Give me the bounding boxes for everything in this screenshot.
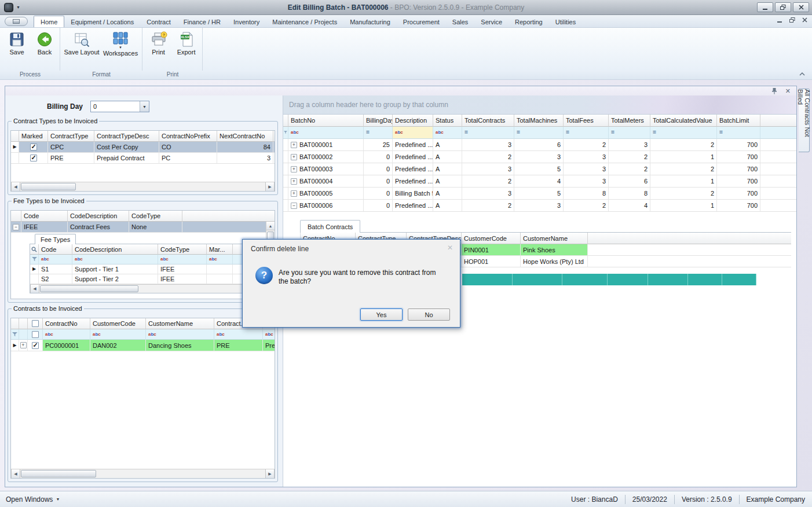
dialog-close-icon[interactable]: ✕ bbox=[447, 244, 453, 252]
cell-totalcalculatedvalue[interactable]: 2 bbox=[650, 139, 717, 151]
cell-totalmeters[interactable]: 6 bbox=[609, 175, 650, 188]
scroll-thumb[interactable] bbox=[21, 183, 76, 190]
cell-description[interactable]: Predefined ... bbox=[393, 175, 433, 188]
cell-codedescription[interactable]: Support - Tier 2 bbox=[72, 274, 158, 284]
mdi-restore-icon[interactable] bbox=[789, 17, 795, 23]
cell-batchno[interactable]: +BAT000004 bbox=[288, 175, 364, 188]
cell-marked[interactable] bbox=[207, 274, 233, 284]
column-header-totalmeters[interactable]: TotalMeters bbox=[609, 115, 650, 127]
close-button[interactable] bbox=[793, 2, 809, 12]
back-button[interactable]: Back bbox=[32, 30, 57, 56]
tab-maintenance-projects[interactable]: Maintenance / Projects bbox=[266, 16, 343, 27]
cell-totalcalculatedvalue[interactable]: 2 bbox=[650, 163, 717, 175]
cell-batchno[interactable]: +BAT000001 bbox=[288, 139, 364, 151]
cell-description[interactable]: Billing Batch 5 bbox=[393, 188, 433, 200]
column-header-nextcontractno[interactable]: NextContractNo bbox=[217, 131, 273, 142]
column-header-codedescription[interactable]: CodeDescription bbox=[68, 211, 129, 222]
cell-codetype[interactable]: IFEE bbox=[158, 264, 207, 274]
cell-batchno[interactable]: +BAT000005 bbox=[288, 188, 364, 200]
mdi-minimize-icon[interactable] bbox=[777, 18, 782, 23]
cell-totalcontracts[interactable]: 3 bbox=[462, 139, 514, 151]
cell-totalfees[interactable]: 3 bbox=[564, 163, 609, 175]
contract-row[interactable]: ▶ + PC0000001 DAN002 Dancing Shoes PRE P… bbox=[11, 340, 275, 351]
expand-icon[interactable]: + bbox=[291, 154, 297, 160]
cell-totalfees[interactable]: 2 bbox=[564, 200, 609, 212]
cell-totalmachines[interactable]: 4 bbox=[514, 175, 564, 188]
column-header-customercode[interactable]: CustomerCode bbox=[462, 233, 521, 244]
cell-customercode[interactable]: PIN0001 bbox=[462, 244, 521, 256]
cell-contractnoprefix[interactable]: CO bbox=[159, 142, 217, 153]
tab-procurement[interactable]: Procurement bbox=[397, 16, 446, 27]
mdi-close-icon[interactable] bbox=[802, 17, 807, 23]
scroll-left-icon[interactable]: ◀ bbox=[11, 469, 20, 478]
scroll-thumb[interactable] bbox=[21, 470, 96, 477]
checkbox-checked-icon[interactable] bbox=[30, 155, 37, 161]
filter-cell-contracttype[interactable]: abc bbox=[214, 329, 263, 340]
cell-batchlimit[interactable]: 700 bbox=[717, 200, 760, 212]
selected-cell[interactable] bbox=[648, 274, 688, 285]
filter-cell-totalmachines[interactable]: = bbox=[514, 127, 564, 139]
column-header-code[interactable]: Code bbox=[21, 211, 68, 222]
no-button[interactable]: No bbox=[408, 308, 450, 321]
column-header-customercode[interactable]: CustomerCode bbox=[90, 318, 146, 329]
cell-marked[interactable] bbox=[19, 153, 48, 164]
select-all-checkbox[interactable] bbox=[28, 318, 43, 329]
pin-icon[interactable] bbox=[771, 87, 777, 94]
filter-cell-codetype[interactable]: abc bbox=[158, 255, 207, 264]
cell-contractno[interactable]: PC0000001 bbox=[43, 340, 90, 351]
column-header-totalcalculatedvalue[interactable]: TotalCalculatedValue bbox=[650, 115, 717, 127]
panel-close-icon[interactable]: ✕ bbox=[785, 88, 791, 94]
cell-nextcontractno[interactable]: 3 bbox=[217, 153, 273, 164]
cell-batchno[interactable]: +BAT000003 bbox=[288, 163, 364, 175]
side-tab-all-contracts-not-billed[interactable]: All Contracts Not Billed bbox=[799, 89, 810, 152]
cell-code[interactable]: S1 bbox=[39, 264, 72, 274]
fee-detail-row[interactable]: ▶ S1 Support - Tier 1 IFEE bbox=[30, 264, 265, 274]
expand-icon[interactable]: + bbox=[20, 342, 27, 348]
tab-home[interactable]: Home bbox=[34, 16, 64, 27]
column-header-status[interactable]: Status bbox=[433, 115, 462, 127]
column-header-billingday[interactable]: BillingDay bbox=[364, 115, 393, 127]
cell-customername[interactable]: Hope Works (Pty) Ltd bbox=[521, 256, 588, 267]
column-header-batchlimit[interactable]: BatchLimit bbox=[717, 115, 760, 127]
cell-totalmachines[interactable]: 3 bbox=[514, 200, 564, 212]
column-header-code[interactable]: Code bbox=[39, 244, 72, 255]
tab-service[interactable]: Service bbox=[474, 16, 509, 27]
expand-icon[interactable]: + bbox=[291, 178, 297, 185]
cell-contractnoprefix[interactable]: PC bbox=[159, 153, 217, 164]
column-header-contracttype[interactable]: ContractType bbox=[48, 131, 94, 142]
print-button[interactable]: ? Print bbox=[146, 30, 171, 56]
cell-totalmachines[interactable]: 3 bbox=[514, 151, 564, 163]
cell-status[interactable]: A bbox=[433, 200, 462, 212]
cell-customername[interactable]: Pink Shoes bbox=[521, 244, 588, 256]
cell-totalfees[interactable]: 3 bbox=[564, 175, 609, 188]
batch-row[interactable]: −BAT0000060Predefined ...A23241700 bbox=[283, 200, 796, 212]
selected-cell[interactable] bbox=[513, 274, 562, 285]
scroll-up-icon[interactable]: ▲ bbox=[266, 222, 275, 230]
cell-billingday[interactable]: 0 bbox=[364, 163, 393, 175]
filter-cell-code[interactable]: abc bbox=[39, 255, 72, 264]
group-by-panel[interactable]: Drag a column header here to group by th… bbox=[283, 95, 796, 115]
cell-billingday[interactable]: 0 bbox=[364, 188, 393, 200]
filter-cell-status[interactable]: abc bbox=[433, 127, 462, 139]
combo-dropdown-button[interactable]: ▼ bbox=[140, 101, 149, 112]
cell-totalcontracts[interactable]: 2 bbox=[462, 175, 514, 188]
cell-totalcontracts[interactable]: 2 bbox=[462, 151, 514, 163]
scroll-right-icon[interactable]: ▶ bbox=[265, 182, 275, 191]
cell-contracttypedesc[interactable]: Prepaid Contract bbox=[94, 153, 159, 164]
tab-contract[interactable]: Contract bbox=[140, 16, 177, 27]
cell-totalcalculatedvalue[interactable]: 1 bbox=[650, 175, 717, 188]
cell-totalfees[interactable]: 3 bbox=[564, 151, 609, 163]
collapse-ribbon-icon[interactable] bbox=[799, 72, 805, 76]
selected-cell[interactable] bbox=[562, 274, 608, 285]
cell-contracttype[interactable]: PRE bbox=[48, 153, 94, 164]
cell-customername[interactable]: Dancing Shoes bbox=[146, 340, 214, 351]
cell-totalmeters[interactable]: 8 bbox=[609, 188, 650, 200]
cell-status[interactable]: A bbox=[433, 163, 462, 175]
selected-cell[interactable] bbox=[608, 274, 648, 285]
cell-marked[interactable] bbox=[207, 264, 233, 274]
cell-batchlimit[interactable]: 700 bbox=[717, 175, 760, 188]
scroll-track[interactable] bbox=[20, 469, 265, 478]
column-header-marked[interactable]: Marked bbox=[19, 131, 48, 142]
open-windows-button[interactable]: Open Windows ▼ bbox=[0, 495, 60, 504]
fee-type-master-row[interactable]: − IFEE Contract Fees None bbox=[11, 222, 275, 233]
